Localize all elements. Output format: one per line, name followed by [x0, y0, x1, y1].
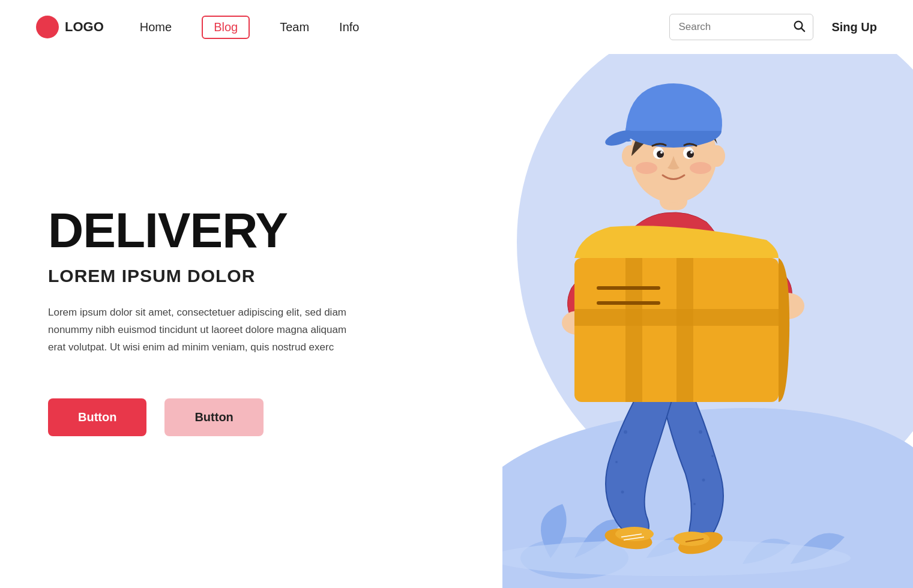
search-box[interactable]: [669, 14, 813, 40]
svg-point-3: [502, 540, 851, 576]
svg-point-31: [657, 151, 664, 158]
signup-button[interactable]: Sing Up: [831, 20, 877, 34]
logo-text: LOGO: [65, 19, 104, 35]
nav-right: Sing Up: [669, 14, 877, 40]
hero-right: [502, 54, 913, 588]
svg-rect-41: [676, 258, 693, 402]
hero-body: Lorem ipsum dolor sit amet, consectetuer…: [48, 304, 354, 356]
svg-point-12: [673, 532, 710, 546]
navbar: LOGO Home Blog Team Info Sing Up: [0, 0, 913, 54]
svg-point-33: [660, 151, 663, 154]
svg-point-34: [690, 151, 693, 154]
svg-rect-42: [574, 309, 779, 326]
svg-point-9: [615, 461, 618, 463]
hero-section: DELIVERY LOREM IPSUM DOLOR Lorem ipsum d…: [0, 54, 913, 588]
hero-subtitle: LOREM IPSUM DOLOR: [48, 266, 502, 286]
hero-left: DELIVERY LOREM IPSUM DOLOR Lorem ipsum d…: [0, 54, 502, 588]
search-icon: [792, 19, 806, 35]
nav-home[interactable]: Home: [140, 20, 172, 34]
svg-point-35: [636, 162, 657, 174]
svg-point-15: [615, 527, 654, 541]
nav-links: Home Blog Team Info: [140, 16, 670, 39]
svg-point-26: [708, 145, 725, 167]
svg-line-1: [802, 28, 805, 31]
svg-point-7: [693, 503, 696, 505]
logo-icon: [36, 16, 59, 38]
nav-team[interactable]: Team: [280, 20, 309, 34]
svg-point-32: [687, 151, 694, 158]
hero-buttons: Button Button: [48, 398, 502, 436]
search-input[interactable]: [678, 21, 786, 33]
svg-point-8: [624, 430, 627, 434]
svg-point-4: [699, 430, 702, 434]
primary-button[interactable]: Button: [48, 398, 146, 436]
secondary-button[interactable]: Button: [164, 398, 263, 436]
logo-area[interactable]: LOGO: [36, 16, 104, 38]
svg-point-6: [702, 479, 705, 482]
svg-point-5: [711, 455, 714, 457]
nav-info[interactable]: Info: [339, 20, 359, 34]
delivery-illustration: [502, 54, 913, 588]
svg-point-36: [690, 162, 711, 174]
svg-point-10: [621, 491, 624, 494]
nav-blog[interactable]: Blog: [202, 16, 250, 39]
hero-title: DELIVERY: [48, 206, 502, 255]
svg-rect-40: [625, 258, 642, 402]
